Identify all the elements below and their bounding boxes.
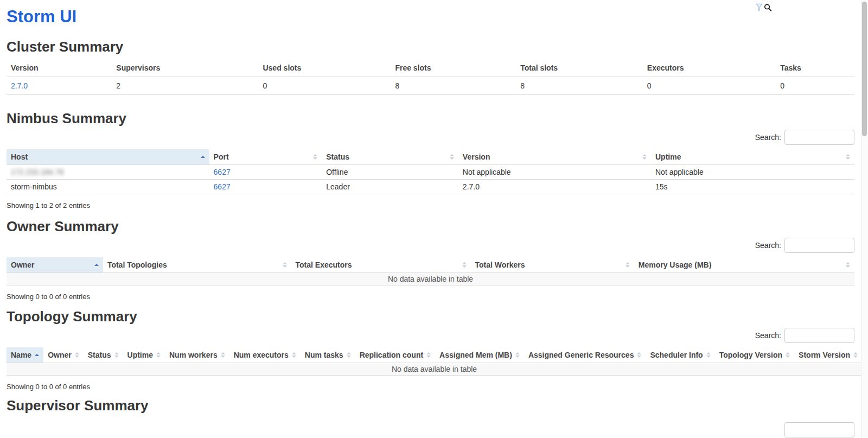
search-icon[interactable] — [764, 3, 772, 14]
sort-icon — [642, 154, 647, 160]
search-label: Search: — [755, 241, 781, 250]
col-total-workers[interactable]: Total Workers — [471, 257, 634, 273]
table-header-row: Version Supervisors Used slots Free slot… — [7, 59, 854, 77]
col-scheduler-info[interactable]: Scheduler Info — [646, 347, 714, 363]
port-link[interactable]: 6627 — [214, 168, 231, 176]
cell-uptime: 15s — [651, 180, 854, 194]
cell-version: 2.7.0 — [458, 180, 651, 194]
col-total-topologies[interactable]: Total Topologies — [103, 257, 291, 273]
cluster-summary-table: Version Supervisors Used slots Free slot… — [7, 59, 854, 95]
vertical-scrollbar[interactable] — [861, 0, 868, 438]
sort-asc-icon — [94, 264, 99, 266]
cell-status: Leader — [322, 180, 458, 194]
col-assigned-generic-resources[interactable]: Assigned Generic Resources — [524, 347, 646, 363]
sort-asc-icon — [201, 156, 205, 158]
col-uptime[interactable]: Uptime — [651, 149, 854, 165]
table-header-row: Host Port Status Version Uptime — [7, 149, 854, 165]
col-owner[interactable]: Owner — [43, 347, 84, 363]
sort-icon — [347, 352, 351, 358]
empty-row: No data available in table — [7, 363, 862, 376]
empty-row: No data available in table — [7, 273, 854, 285]
filter-icon[interactable] — [756, 3, 763, 13]
sort-icon — [114, 352, 119, 358]
scrollbar-thumb[interactable] — [862, 2, 867, 136]
sort-icon — [786, 352, 790, 358]
col-supervisors: Supervisors — [112, 59, 258, 77]
col-host[interactable]: Host — [7, 149, 209, 165]
cell-tasks: 0 — [776, 77, 854, 95]
sort-icon — [283, 262, 287, 268]
topology-search-input[interactable] — [784, 328, 854, 343]
page-title[interactable]: Storm UI — [7, 7, 76, 27]
sort-icon — [450, 154, 454, 160]
col-uptime[interactable]: Uptime — [123, 347, 165, 363]
cell-used-slots: 0 — [258, 77, 391, 95]
col-storm-version[interactable]: Storm Version — [794, 347, 862, 363]
table-header-row: Owner Total Topologies Total Executors T… — [7, 257, 854, 273]
nimbus-search-row: Search: — [7, 130, 854, 145]
sort-icon — [75, 352, 79, 358]
table-header-row: Name Owner Status Uptime Num workers — [7, 347, 862, 363]
col-num-workers[interactable]: Num workers — [165, 347, 229, 363]
col-num-tasks[interactable]: Num tasks — [301, 347, 355, 363]
search-label: Search: — [755, 331, 781, 340]
sort-icon — [846, 262, 850, 268]
sort-icon — [426, 352, 431, 358]
sort-icon — [626, 262, 630, 268]
cell-port: 6627 — [209, 180, 322, 194]
sort-icon — [156, 352, 161, 358]
col-status[interactable]: Status — [322, 149, 458, 165]
table-row: 172.233.184.78 6627 Offline Not applicab… — [7, 165, 854, 180]
topology-summary-heading: Topology Summary — [7, 308, 854, 325]
cell-executors: 0 — [643, 77, 776, 95]
col-owner[interactable]: Owner — [7, 257, 103, 273]
sort-icon — [221, 352, 225, 358]
sort-icon — [313, 154, 317, 160]
table-row: storm-nimbus 6627 Leader 2.7.0 15s — [7, 180, 854, 194]
cluster-summary-heading: Cluster Summary — [7, 39, 854, 55]
empty-message: No data available in table — [7, 273, 854, 285]
cell-supervisors: 2 — [112, 77, 258, 95]
owner-search-row: Search: — [7, 238, 854, 253]
supervisor-search-row — [7, 422, 854, 437]
sort-icon — [462, 262, 467, 268]
sort-icon — [853, 352, 858, 358]
supervisor-search-input[interactable] — [784, 422, 854, 437]
nimbus-summary-heading: Nimbus Summary — [7, 110, 854, 126]
empty-message: No data available in table — [7, 363, 862, 376]
nimbus-search-input[interactable] — [784, 130, 854, 145]
col-used-slots: Used slots — [258, 59, 391, 77]
col-num-executors[interactable]: Num executors — [229, 347, 301, 363]
topology-search-row: Search: — [7, 328, 854, 343]
search-label: Search: — [755, 133, 781, 142]
col-tasks: Tasks — [776, 59, 854, 77]
col-port[interactable]: Port — [209, 149, 322, 165]
sort-icon — [292, 352, 296, 358]
col-name[interactable]: Name — [7, 347, 43, 363]
owner-search-input[interactable] — [784, 238, 854, 253]
col-version[interactable]: Version — [458, 149, 651, 165]
col-memory-usage[interactable]: Memory Usage (MB) — [634, 257, 854, 273]
col-free-slots: Free slots — [391, 59, 516, 77]
col-replication-count[interactable]: Replication count — [355, 347, 435, 363]
col-version: Version — [7, 59, 112, 77]
topbar-icons — [756, 3, 773, 14]
col-assigned-mem[interactable]: Assigned Mem (MB) — [435, 347, 524, 363]
sort-icon — [846, 154, 850, 160]
col-executors: Executors — [643, 59, 776, 77]
sort-icon — [706, 352, 711, 358]
col-total-executors[interactable]: Total Executors — [291, 257, 471, 273]
nimbus-entries-info: Showing 1 to 2 of 2 entries — [7, 201, 854, 210]
cell-port: 6627 — [209, 165, 322, 180]
owner-summary-table: Owner Total Topologies Total Executors T… — [7, 257, 854, 285]
cell-total-slots: 8 — [516, 77, 643, 95]
owner-entries-info: Showing 0 to 0 of 0 entries — [7, 293, 854, 301]
cell-host: storm-nimbus — [7, 180, 209, 194]
version-link[interactable]: 2.7.0 — [11, 81, 28, 90]
col-status[interactable]: Status — [84, 347, 123, 363]
port-link[interactable]: 6627 — [214, 182, 231, 191]
col-topology-version[interactable]: Topology Version — [715, 347, 794, 363]
topology-entries-info: Showing 0 to 0 of 0 entries — [7, 383, 854, 391]
owner-summary-heading: Owner Summary — [7, 218, 854, 234]
sort-asc-icon — [35, 354, 39, 356]
